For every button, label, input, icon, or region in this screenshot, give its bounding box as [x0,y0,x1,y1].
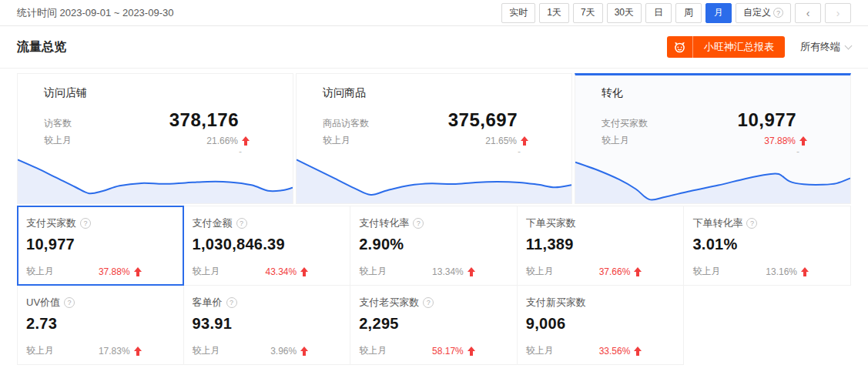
metric-name: 支付买家数 [26,216,76,230]
metric-cell-avg-order-value[interactable]: 客单价 ? 93.91 较上月 3.96% [183,285,351,365]
change-percent: 33.56% [599,346,631,357]
metric-cell-compare: 较上月 43.34% [193,265,340,278]
date-range-bar: 统计时间 2023-09-01 ~ 2023-09-30 实时 1天 7天 30… [0,0,868,26]
metric-cell-compare: 较上月 17.83% [26,344,173,357]
metric-cell-compare: 较上月 37.66% [526,265,673,278]
change-percent: 37.88% [764,136,796,146]
metric-cell-value: 2.73 [26,315,173,333]
metric-label: 支付买家数 [602,117,648,130]
range-button-label: 周 [684,6,693,19]
compare-label: 较上月 [359,265,387,278]
metric-cell-pay-amount[interactable]: 支付金额 ? 1,030,846.39 较上月 43.34% [183,206,351,286]
card-visit-item[interactable]: 访问商品 商品访客数 375,697 较上月 21.65% - [296,73,572,204]
range-button-30day[interactable]: 30天 [607,3,642,23]
metric-cell-title: 下单买家数 [526,216,673,230]
metric-cell-value: 3.01% [692,236,840,253]
arrow-up-icon [468,347,475,356]
mascot-icon [667,36,693,58]
metric-value: 10,977 [738,109,796,131]
help-icon[interactable]: ? [80,218,91,229]
next-period-button[interactable]: › [825,3,851,23]
stat-time-label: 统计时间 2023-09-01 ~ 2023-09-30 [17,6,173,20]
metric-cell-pay-new-buyers[interactable]: 支付新买家数 9,006 较上月 33.56% [517,285,685,365]
metric-label: 商品访客数 [323,117,369,130]
metric-cell-pay-buyers[interactable]: 支付买家数 ? 10,977 较上月 37.88% [17,206,184,286]
summary-report-button[interactable]: 小旺神汇总报表 [667,36,785,58]
card-conversion[interactable]: 转化 支付买家数 10,977 较上月 37.88% - [575,73,851,204]
metric-cell-compare: 较上月 3.96% [193,344,340,357]
metric-value: 375,697 [448,109,518,131]
change-percent: 21.66% [206,136,238,146]
range-button-7day[interactable]: 7天 [573,3,603,23]
help-icon[interactable]: ? [226,297,237,308]
card-visit-shop[interactable]: 访问店铺 访客数 378,176 较上月 21.66% - [17,73,293,204]
metric-cell-pay-old-buyers[interactable]: 支付老买家数 ? 2,295 较上月 58.17% [350,285,518,365]
compare-label: 较上月 [193,344,220,357]
compare-label: 较上月 [359,344,387,357]
range-button-label: 1天 [547,6,561,19]
range-button-label: 自定义 [743,6,771,19]
arrow-up-icon [801,267,809,276]
metric-cell-title: 支付老买家数 ? [359,296,506,310]
help-icon[interactable]: ? [64,297,75,308]
metric-cell-compare: 较上月 33.56% [526,344,673,357]
range-button-custom[interactable]: 自定义 ? [736,3,791,23]
compare-label: 较上月 [26,265,54,278]
range-button-label: 7天 [581,6,595,19]
compare-label: 较上月 [44,134,72,147]
arrow-up-icon [134,347,142,356]
chevron-down-icon [845,42,853,49]
arrow-up-icon [300,347,308,356]
section-header: 流量总览 小旺神汇总报表 所有终端 [0,26,868,69]
card-compare-row: 较上月 21.65% [297,131,571,147]
traffic-sparkline [297,146,571,203]
help-icon: ? [773,8,783,18]
metric-cell-title: UV价值 ? [26,296,173,310]
summary-report-label: 小旺神汇总报表 [693,40,785,54]
help-icon[interactable]: ? [423,297,434,308]
metric-cell-title: 支付转化率 ? [359,216,506,230]
arrow-up-icon [521,136,528,146]
metric-cell-title: 下单转化率 ? [692,216,840,230]
help-icon[interactable]: ? [746,218,757,229]
compare-label: 较上月 [526,344,554,357]
change-percent: 13.16% [766,266,797,277]
traffic-sparkline [18,146,293,203]
metric-cell-order-buyers[interactable]: 下单买家数 11,389 较上月 37.66% [517,206,685,286]
metric-name: 下单买家数 [526,216,576,230]
metric-cell-compare: 较上月 37.88% [26,265,173,278]
range-button-realtime[interactable]: 实时 [501,3,535,23]
card-metric-row: 支付买家数 10,977 [575,100,850,131]
change-percent: 43.34% [265,266,297,277]
metric-cell-value: 9,006 [526,315,673,333]
prev-period-button[interactable]: ‹ [795,3,821,23]
range-button-1day[interactable]: 1天 [539,3,569,23]
metric-cell-value: 11,389 [526,236,673,253]
card-title: 访问商品 [297,74,571,100]
metric-label: 访客数 [44,117,72,130]
range-button-label: 30天 [615,6,634,19]
metric-name: 支付转化率 [359,216,409,230]
help-icon[interactable]: ? [236,218,247,229]
change-percent: 37.88% [99,266,130,277]
terminal-selector[interactable]: 所有终端 [800,40,851,54]
arrow-up-icon [242,136,250,146]
metric-cell-order-conversion-rate[interactable]: 下单转化率 ? 3.01% 较上月 13.16% [683,206,851,286]
range-button-label: 月 [714,6,723,19]
metric-cell-pay-conversion-rate[interactable]: 支付转化率 ? 2.90% 较上月 13.34% [350,206,518,286]
card-title: 转化 [575,75,850,100]
range-button-day[interactable]: 日 [645,3,672,23]
help-icon[interactable]: ? [413,218,424,229]
terminal-selector-label: 所有终端 [800,40,840,54]
compare-label: 较上月 [526,265,554,278]
compare-label: 较上月 [323,134,350,147]
header-actions: 小旺神汇总报表 所有终端 [667,36,851,58]
range-button-week[interactable]: 周 [675,3,702,23]
metric-cell-uv-value[interactable]: UV价值 ? 2.73 较上月 17.83% [17,285,184,365]
range-button-month[interactable]: 月 [705,3,732,23]
range-button-label: 实时 [509,6,528,19]
compare-label: 较上月 [26,344,54,357]
metric-cell-value: 10,977 [26,236,173,253]
metric-cell-title: 支付新买家数 [526,296,673,310]
arrow-up-icon [468,267,475,276]
